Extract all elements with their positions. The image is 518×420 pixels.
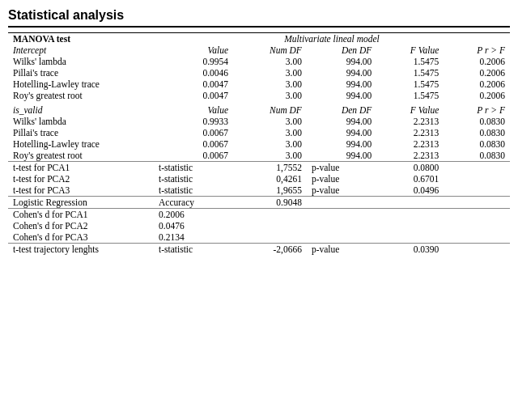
row-numdf: 3.00 <box>233 90 307 101</box>
manova-header-row: MANOVA test Multivariate lineal model <box>8 33 510 45</box>
ttest-row-2: t-test for PCA2 t-statistic 0,4261 p-val… <box>8 173 510 185</box>
multivariate-label: Multivariate lineal model <box>154 33 510 45</box>
row-pr: 0.0830 <box>444 138 510 150</box>
row-name: Pillai's trace <box>8 127 154 138</box>
ttest-stat-value: 0,4261 <box>233 173 307 185</box>
row-name: Hotelling-Lawley trace <box>8 78 154 90</box>
table-row: Hotelling-Lawley trace 0.0047 3.00 994.0… <box>8 78 510 90</box>
row-value: 0.0067 <box>154 150 233 162</box>
table-row: Wilks' lambda 0.9933 3.00 994.00 2.2313 … <box>8 116 510 127</box>
table-row: Pillai's trace 0.0067 3.00 994.00 2.2313… <box>8 127 510 138</box>
ttest-trajectory-row: t-test trajectory lenghts t-statistic -2… <box>8 244 510 256</box>
row-name: Roy's greatest root <box>8 150 154 162</box>
row-pr: 0.2006 <box>444 90 510 101</box>
row-fvalue: 1.5475 <box>376 67 444 78</box>
row-numdf: 3.00 <box>233 116 307 127</box>
ttest-stat-value: 1,9655 <box>233 185 307 197</box>
col-dendf-header: Den DF <box>307 45 376 56</box>
row-name: Hotelling-Lawley trace <box>8 138 154 150</box>
row-pr: 0.2006 <box>444 56 510 67</box>
ttest-pv-value: 0.0800 <box>376 162 444 174</box>
row-pr: 0.0830 <box>444 116 510 127</box>
cohens-name: Cohen's d for PCA1 <box>8 209 154 221</box>
ttest-stat-label: t-statistic <box>154 173 233 185</box>
row-numdf: 3.00 <box>233 78 307 90</box>
intercept-header-row: Intercept Value Num DF Den DF F Value P … <box>8 45 510 56</box>
row-pr: 0.2006 <box>444 78 510 90</box>
col-numdf-header: Num DF <box>233 45 307 56</box>
ttest-name: t-test for PCA3 <box>8 185 154 197</box>
table-row: Pillai's trace 0.0046 3.00 994.00 1.5475… <box>8 67 510 78</box>
cohens-value: 0.2134 <box>154 231 233 244</box>
row-dendf: 994.00 <box>307 56 376 67</box>
ttest-traj-pv-value: 0.0390 <box>376 244 444 256</box>
row-value: 0.9954 <box>154 56 233 67</box>
ttest-name: t-test for PCA2 <box>8 173 154 185</box>
row-fvalue: 2.2313 <box>376 150 444 162</box>
row-value: 0.0067 <box>154 127 233 138</box>
row-numdf: 3.00 <box>233 150 307 162</box>
ttest-pv-label: p-value <box>307 185 376 197</box>
col-numdf-header2: Num DF <box>233 104 307 116</box>
cohens-value: 0.2006 <box>154 209 233 221</box>
row-numdf: 3.00 <box>233 67 307 78</box>
intercept-label: Intercept <box>8 45 154 56</box>
cohens-row-3: Cohen's d for PCA3 0.2134 <box>8 231 510 244</box>
ttest-pv-label: p-value <box>307 173 376 185</box>
ttest-traj-pv-label: p-value <box>307 244 376 256</box>
col-pr-header2: P r > F <box>444 104 510 116</box>
page-title: Statistical analysis <box>8 8 510 28</box>
table-row: Roy's greatest root 0.0067 3.00 994.00 2… <box>8 150 510 162</box>
row-name: Wilks' lambda <box>8 116 154 127</box>
ttest-stat-label: t-statistic <box>154 162 233 174</box>
isvalid-label: is_valid <box>8 104 154 116</box>
row-fvalue: 1.5475 <box>376 78 444 90</box>
logistic-row: Logistic Regression Accuracy 0.9048 <box>8 197 510 209</box>
row-numdf: 3.00 <box>233 56 307 67</box>
ttest-traj-stat-value: -2,0666 <box>233 244 307 256</box>
ttest-traj-name: t-test trajectory lenghts <box>8 244 154 256</box>
col-pr-header: P r > F <box>444 45 510 56</box>
ttest-stat-value: 1,7552 <box>233 162 307 174</box>
manova-label: MANOVA test <box>8 33 154 45</box>
row-name: Pillai's trace <box>8 67 154 78</box>
row-name: Wilks' lambda <box>8 56 154 67</box>
table-row: Wilks' lambda 0.9954 3.00 994.00 1.5475 … <box>8 56 510 67</box>
row-dendf: 994.00 <box>307 90 376 101</box>
logistic-stat-label: Accuracy <box>154 197 233 209</box>
row-fvalue: 1.5475 <box>376 90 444 101</box>
row-dendf: 994.00 <box>307 78 376 90</box>
row-dendf: 994.00 <box>307 67 376 78</box>
row-fvalue: 2.2313 <box>376 138 444 150</box>
col-value-header: Value <box>154 45 233 56</box>
row-numdf: 3.00 <box>233 127 307 138</box>
row-fvalue: 2.2313 <box>376 116 444 127</box>
ttest-stat-label: t-statistic <box>154 185 233 197</box>
cohens-value: 0.0476 <box>154 220 233 231</box>
cohens-name: Cohen's d for PCA2 <box>8 220 154 231</box>
row-numdf: 3.00 <box>233 138 307 150</box>
row-value: 0.0047 <box>154 78 233 90</box>
row-dendf: 994.00 <box>307 150 376 162</box>
logistic-label: Logistic Regression <box>8 197 154 209</box>
col-value-header2: Value <box>154 104 233 116</box>
ttest-name: t-test for PCA1 <box>8 162 154 174</box>
col-fvalue-header: F Value <box>376 45 444 56</box>
ttest-pv-value: 0.0496 <box>376 185 444 197</box>
row-value: 0.9933 <box>154 116 233 127</box>
row-pr: 0.0830 <box>444 150 510 162</box>
row-dendf: 994.00 <box>307 127 376 138</box>
row-dendf: 994.00 <box>307 116 376 127</box>
ttest-pv-label: p-value <box>307 162 376 174</box>
row-value: 0.0046 <box>154 67 233 78</box>
row-fvalue: 2.2313 <box>376 127 444 138</box>
col-dendf-header2: Den DF <box>307 104 376 116</box>
ttest-row-3: t-test for PCA3 t-statistic 1,9655 p-val… <box>8 185 510 197</box>
row-value: 0.0067 <box>154 138 233 150</box>
ttest-pv-value: 0.6701 <box>376 173 444 185</box>
ttest-traj-stat-label: t-statistic <box>154 244 233 256</box>
table-row: Roy's greatest root 0.0047 3.00 994.00 1… <box>8 90 510 101</box>
row-value: 0.0047 <box>154 90 233 101</box>
row-pr: 0.0830 <box>444 127 510 138</box>
cohens-row-2: Cohen's d for PCA2 0.0476 <box>8 220 510 231</box>
